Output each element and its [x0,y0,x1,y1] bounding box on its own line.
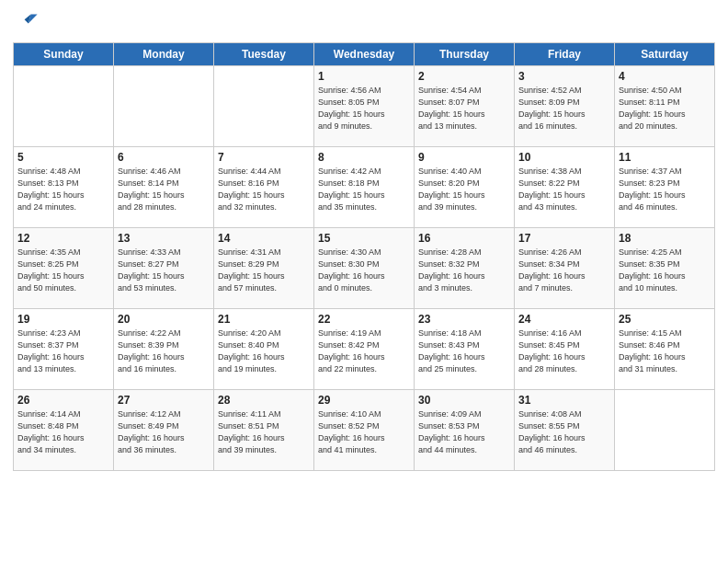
day-number: 7 [218,151,310,164]
calendar-cell: 17Sunrise: 4:26 AM Sunset: 8:34 PM Dayli… [515,228,615,309]
day-number: 24 [518,313,610,326]
cell-info: Sunrise: 4:28 AM Sunset: 8:32 PM Dayligh… [418,247,510,294]
day-number: 26 [17,394,109,407]
day-header-tuesday: Tuesday [214,43,314,66]
cell-info: Sunrise: 4:08 AM Sunset: 8:55 PM Dayligh… [518,408,610,456]
day-number: 27 [118,394,210,407]
cell-info: Sunrise: 4:56 AM Sunset: 8:05 PM Dayligh… [318,85,410,132]
day-header-thursday: Thursday [415,43,515,66]
cell-info: Sunrise: 4:22 AM Sunset: 8:39 PM Dayligh… [118,327,210,375]
cell-info: Sunrise: 4:25 AM Sunset: 8:35 PM Dayligh… [619,247,711,294]
cell-info: Sunrise: 4:44 AM Sunset: 8:16 PM Dayligh… [218,166,310,213]
calendar-cell: 29Sunrise: 4:10 AM Sunset: 8:52 PM Dayli… [314,390,415,471]
header-row: SundayMondayTuesdayWednesdayThursdayFrid… [14,43,715,66]
day-number: 14 [218,232,310,245]
cell-info: Sunrise: 4:52 AM Sunset: 8:09 PM Dayligh… [518,85,610,132]
cell-info: Sunrise: 4:35 AM Sunset: 8:25 PM Dayligh… [17,247,109,294]
header [13,9,715,35]
calendar-cell: 19Sunrise: 4:23 AM Sunset: 8:37 PM Dayli… [14,309,114,390]
logo [13,9,40,35]
calendar-cell: 25Sunrise: 4:15 AM Sunset: 8:46 PM Dayli… [615,309,715,390]
calendar-cell [14,66,114,147]
day-number: 8 [318,151,410,164]
week-row-1: 1Sunrise: 4:56 AM Sunset: 8:05 PM Daylig… [14,66,715,147]
calendar-cell: 9Sunrise: 4:40 AM Sunset: 8:20 PM Daylig… [415,147,515,228]
calendar-cell: 14Sunrise: 4:31 AM Sunset: 8:29 PM Dayli… [214,228,314,309]
calendar-cell: 26Sunrise: 4:14 AM Sunset: 8:48 PM Dayli… [14,390,114,471]
calendar-cell: 10Sunrise: 4:38 AM Sunset: 8:22 PM Dayli… [515,147,615,228]
calendar-cell: 24Sunrise: 4:16 AM Sunset: 8:45 PM Dayli… [515,309,615,390]
day-number: 1 [318,70,410,83]
calendar-cell: 28Sunrise: 4:11 AM Sunset: 8:51 PM Dayli… [214,390,314,471]
day-number: 2 [418,70,510,83]
calendar-cell: 27Sunrise: 4:12 AM Sunset: 8:49 PM Dayli… [114,390,214,471]
day-number: 25 [619,313,711,326]
day-number: 31 [518,394,610,407]
cell-info: Sunrise: 4:11 AM Sunset: 8:51 PM Dayligh… [218,408,310,456]
cell-info: Sunrise: 4:33 AM Sunset: 8:27 PM Dayligh… [118,247,210,294]
day-number: 28 [218,394,310,407]
cell-info: Sunrise: 4:54 AM Sunset: 8:07 PM Dayligh… [418,85,510,132]
calendar-cell [615,390,715,471]
calendar-cell: 7Sunrise: 4:44 AM Sunset: 8:16 PM Daylig… [214,147,314,228]
calendar-cell: 6Sunrise: 4:46 AM Sunset: 8:14 PM Daylig… [114,147,214,228]
calendar-cell [214,66,314,147]
day-number: 17 [518,232,610,245]
cell-info: Sunrise: 4:12 AM Sunset: 8:49 PM Dayligh… [118,408,210,456]
calendar-cell: 16Sunrise: 4:28 AM Sunset: 8:32 PM Dayli… [415,228,515,309]
calendar-cell: 13Sunrise: 4:33 AM Sunset: 8:27 PM Dayli… [114,228,214,309]
day-number: 9 [418,151,510,164]
day-number: 15 [318,232,410,245]
day-number: 20 [118,313,210,326]
calendar-cell: 8Sunrise: 4:42 AM Sunset: 8:18 PM Daylig… [314,147,415,228]
calendar-cell: 3Sunrise: 4:52 AM Sunset: 8:09 PM Daylig… [515,66,615,147]
day-number: 6 [118,151,210,164]
calendar-cell: 30Sunrise: 4:09 AM Sunset: 8:53 PM Dayli… [415,390,515,471]
day-number: 22 [318,313,410,326]
cell-info: Sunrise: 4:48 AM Sunset: 8:13 PM Dayligh… [17,166,109,213]
calendar-cell: 12Sunrise: 4:35 AM Sunset: 8:25 PM Dayli… [14,228,114,309]
day-header-wednesday: Wednesday [314,43,415,66]
day-number: 30 [418,394,510,407]
calendar-cell: 18Sunrise: 4:25 AM Sunset: 8:35 PM Dayli… [615,228,715,309]
cell-info: Sunrise: 4:26 AM Sunset: 8:34 PM Dayligh… [518,247,610,294]
day-number: 21 [218,313,310,326]
calendar-cell: 15Sunrise: 4:30 AM Sunset: 8:30 PM Dayli… [314,228,415,309]
cell-info: Sunrise: 4:14 AM Sunset: 8:48 PM Dayligh… [17,408,109,456]
cell-info: Sunrise: 4:09 AM Sunset: 8:53 PM Dayligh… [418,408,510,456]
day-header-saturday: Saturday [615,43,715,66]
calendar-cell: 4Sunrise: 4:50 AM Sunset: 8:11 PM Daylig… [615,66,715,147]
day-header-friday: Friday [515,43,615,66]
calendar-cell: 31Sunrise: 4:08 AM Sunset: 8:55 PM Dayli… [515,390,615,471]
cell-info: Sunrise: 4:16 AM Sunset: 8:45 PM Dayligh… [518,327,610,375]
calendar-cell: 22Sunrise: 4:19 AM Sunset: 8:42 PM Dayli… [314,309,415,390]
cell-info: Sunrise: 4:10 AM Sunset: 8:52 PM Dayligh… [318,408,410,456]
day-number: 3 [518,70,610,83]
main-container: SundayMondayTuesdayWednesdayThursdayFrid… [0,0,728,480]
calendar-table: SundayMondayTuesdayWednesdayThursdayFrid… [13,42,715,471]
cell-info: Sunrise: 4:20 AM Sunset: 8:40 PM Dayligh… [218,327,310,375]
calendar-cell: 5Sunrise: 4:48 AM Sunset: 8:13 PM Daylig… [14,147,114,228]
cell-info: Sunrise: 4:30 AM Sunset: 8:30 PM Dayligh… [318,247,410,294]
day-number: 29 [318,394,410,407]
day-number: 12 [17,232,109,245]
week-row-4: 19Sunrise: 4:23 AM Sunset: 8:37 PM Dayli… [14,309,715,390]
cell-info: Sunrise: 4:15 AM Sunset: 8:46 PM Dayligh… [619,327,711,375]
cell-info: Sunrise: 4:38 AM Sunset: 8:22 PM Dayligh… [518,166,610,213]
calendar-cell: 20Sunrise: 4:22 AM Sunset: 8:39 PM Dayli… [114,309,214,390]
calendar-cell: 23Sunrise: 4:18 AM Sunset: 8:43 PM Dayli… [415,309,515,390]
cell-info: Sunrise: 4:37 AM Sunset: 8:23 PM Dayligh… [619,166,711,213]
cell-info: Sunrise: 4:50 AM Sunset: 8:11 PM Dayligh… [619,85,711,132]
day-number: 16 [418,232,510,245]
day-number: 18 [619,232,711,245]
week-row-5: 26Sunrise: 4:14 AM Sunset: 8:48 PM Dayli… [14,390,715,471]
calendar-cell: 11Sunrise: 4:37 AM Sunset: 8:23 PM Dayli… [615,147,715,228]
calendar-cell: 21Sunrise: 4:20 AM Sunset: 8:40 PM Dayli… [214,309,314,390]
day-number: 10 [518,151,610,164]
day-number: 4 [619,70,711,83]
calendar-cell: 2Sunrise: 4:54 AM Sunset: 8:07 PM Daylig… [415,66,515,147]
day-number: 11 [619,151,711,164]
week-row-2: 5Sunrise: 4:48 AM Sunset: 8:13 PM Daylig… [14,147,715,228]
day-header-monday: Monday [114,43,214,66]
cell-info: Sunrise: 4:46 AM Sunset: 8:14 PM Dayligh… [118,166,210,213]
